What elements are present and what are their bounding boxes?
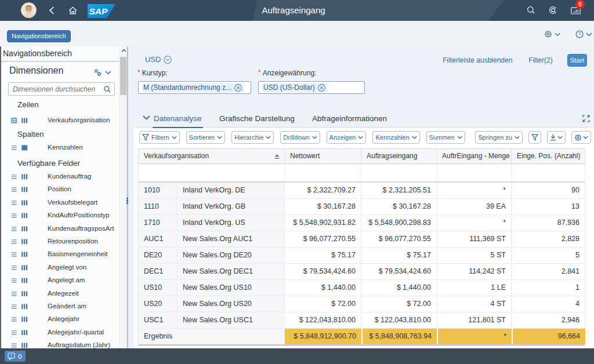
columns-icon[interactable] xyxy=(21,316,28,322)
springen-zu-button[interactable]: Springen zu xyxy=(475,131,523,144)
scrollbar-thumb[interactable] xyxy=(120,57,126,95)
cell-code[interactable]: 1110 xyxy=(139,199,178,215)
dimension-settings-icon[interactable] xyxy=(94,69,102,77)
cell-nettowert[interactable]: $ 122,043,810.00 xyxy=(285,312,361,329)
export-button[interactable] xyxy=(547,131,566,144)
home-icon[interactable] xyxy=(68,6,77,15)
rows-icon[interactable] xyxy=(11,291,17,297)
cell-auftragseingang[interactable]: $ 5,548,900,298.83 xyxy=(361,215,437,231)
table-result-row[interactable]: Ergebnis $ 5,848,912,900.70 $ 5,848,908,… xyxy=(139,329,585,345)
cell-result-auftragseingang[interactable]: $ 5,848,908,763.94 xyxy=(361,329,437,345)
sortieren-button[interactable]: Sortieren xyxy=(186,131,226,144)
available-field[interactable]: Retourenposition xyxy=(1,235,119,247)
dimension-search-input[interactable] xyxy=(13,83,101,94)
columns-icon[interactable] xyxy=(21,291,28,297)
cell-code[interactable]: AUC1 xyxy=(139,231,178,247)
filtern-button[interactable]: Filtern xyxy=(139,131,180,144)
cell-code[interactable]: USC1 xyxy=(139,312,178,329)
cell-nettowert[interactable]: $ 79,534,424.60 xyxy=(285,264,361,280)
chevron-down-icon[interactable] xyxy=(105,71,111,75)
cell-code[interactable]: US20 xyxy=(139,296,178,312)
cell-result-menge[interactable]: * xyxy=(437,329,512,345)
cell-anzahl[interactable]: 4 xyxy=(512,296,585,312)
tab-datenanalyse[interactable]: Datenanalyse xyxy=(154,114,202,123)
currency-selector[interactable]: USD xyxy=(145,55,172,64)
cell-nettowert[interactable]: $ 30,167.28 xyxy=(285,199,361,215)
cell-auftragseingang[interactable]: $ 75.17 xyxy=(361,247,437,264)
cell-code[interactable]: DEC1 xyxy=(139,264,178,280)
table-row[interactable]: DEC1 New Sales.Org DEC1 $ 79,534,424.60 … xyxy=(139,264,585,280)
cell-result-label[interactable]: Ergebnis xyxy=(139,329,285,345)
cell-nettowert[interactable]: $ 1,440.00 xyxy=(285,280,361,296)
columns-icon-active[interactable] xyxy=(21,145,28,151)
user-avatar[interactable] xyxy=(21,2,37,18)
columns-icon[interactable] xyxy=(21,174,28,180)
copilot-icon[interactable] xyxy=(549,6,557,14)
kennzahlen-button[interactable]: Kennzahlen xyxy=(372,131,419,144)
hide-filterbar-link[interactable]: Filterleiste ausblenden xyxy=(443,56,512,64)
cell-auftragseingang[interactable]: $ 72.00 xyxy=(361,296,437,312)
table-row[interactable]: US20 New Sales.Org US20 $ 72.00 $ 72.00 … xyxy=(139,296,585,312)
kurstyp-input[interactable]: M (Standardumrechnung z... xyxy=(138,81,251,94)
columns-icon[interactable] xyxy=(21,200,28,206)
search-icon[interactable] xyxy=(104,86,111,93)
tab-abfrageinformationen[interactable]: Abfrageinformationen xyxy=(312,114,387,123)
columns-icon[interactable] xyxy=(21,187,28,192)
cell-menge[interactable]: 121,801 ST xyxy=(437,312,512,329)
cell-auftragseingang[interactable]: $ 1,440.00 xyxy=(361,280,437,296)
cell-anzahl[interactable]: 1 xyxy=(512,280,585,296)
hierarchie-button[interactable]: Hierarchie xyxy=(231,131,274,144)
available-field[interactable]: Anlegejahr/-quartal xyxy=(1,326,119,338)
kurstyp-token[interactable]: M (Standardumrechnung z... xyxy=(142,83,244,92)
cell-anzahl[interactable]: 5 xyxy=(512,247,585,264)
columns-icon[interactable] xyxy=(21,343,28,348)
decline-icon[interactable] xyxy=(318,84,325,92)
cell-auftragseingang[interactable]: $ 79,534,424.60 xyxy=(361,264,437,280)
cell-result-nettowert[interactable]: $ 5,848,912,900.70 xyxy=(285,329,361,345)
dimension-item-verkaufsorganisation[interactable]: Verkaufsorganisation xyxy=(1,114,119,127)
cell-name[interactable]: New Sales.Org US10 xyxy=(178,280,285,296)
cell-menge[interactable]: * xyxy=(437,215,512,231)
table-row[interactable]: DE20 New Sales.Org DE20 $ 75.17 $ 75.17 … xyxy=(139,247,585,264)
cell-menge[interactable]: * xyxy=(437,183,512,199)
column-header-nettowert[interactable]: Nettowert xyxy=(285,149,361,164)
available-field[interactable]: Anlegejahr xyxy=(1,312,119,325)
rows-icon[interactable] xyxy=(11,174,17,180)
sap-logo[interactable]: SAP xyxy=(88,4,115,18)
sidebar-scrollbar[interactable] xyxy=(119,46,127,348)
rows-icon[interactable] xyxy=(11,343,17,348)
cell-name[interactable]: New Sales.Org DEC1 xyxy=(178,264,285,280)
dimension-search[interactable] xyxy=(8,82,115,96)
cell-auftragseingang[interactable]: $ 30,167.28 xyxy=(361,199,437,215)
columns-icon[interactable] xyxy=(21,239,28,245)
decline-icon[interactable] xyxy=(234,84,242,92)
rows-icon[interactable] xyxy=(11,316,17,322)
rows-icon[interactable] xyxy=(11,265,17,271)
table-row[interactable]: 1010 Inland VerkOrg. DE $ 2,322,709.27 $… xyxy=(139,183,585,199)
cell-name[interactable]: Inland VerkOrg. DE xyxy=(178,183,285,199)
table-row[interactable]: USC1 New Sales.Org USC1 $ 122,043,810.00… xyxy=(139,312,585,329)
cell-name[interactable]: New Sales.Org USC1 xyxy=(178,312,285,329)
rows-icon[interactable] xyxy=(11,187,17,192)
cell-result-anzahl[interactable]: 96,664 xyxy=(512,329,585,345)
cell-menge[interactable]: 1 LE xyxy=(437,280,512,296)
filter-icon-button[interactable] xyxy=(528,131,541,144)
anzeigewaehrung-input[interactable]: USD (US-Dollar) xyxy=(258,81,365,94)
rows-icon[interactable] xyxy=(11,226,17,232)
cell-menge[interactable]: 111,369 ST xyxy=(437,231,512,247)
rows-icon[interactable] xyxy=(11,213,17,219)
available-field[interactable]: Position xyxy=(1,183,119,195)
rows-icon[interactable] xyxy=(11,145,17,151)
cell-name[interactable]: Inland VerkOrg. US xyxy=(178,215,285,231)
scroll-up-icon[interactable] xyxy=(121,49,126,52)
columns-icon[interactable] xyxy=(21,265,28,271)
cell-anzahl[interactable]: 87,936 xyxy=(512,215,585,231)
anzeigen-button[interactable]: Anzeigen xyxy=(327,131,367,144)
cell-name[interactable]: New Sales.Org AUC1 xyxy=(178,231,285,247)
cell-anzahl[interactable]: 90 xyxy=(512,183,585,199)
cell-name[interactable]: New Sales.Org US20 xyxy=(178,296,285,312)
anzeigewaehrung-token[interactable]: USD (US-Dollar) xyxy=(262,83,328,92)
rows-icon[interactable] xyxy=(11,200,17,206)
tab-grafische-darstellung[interactable]: Grafische Darstellung xyxy=(219,114,295,123)
columns-icon[interactable] xyxy=(21,278,28,283)
